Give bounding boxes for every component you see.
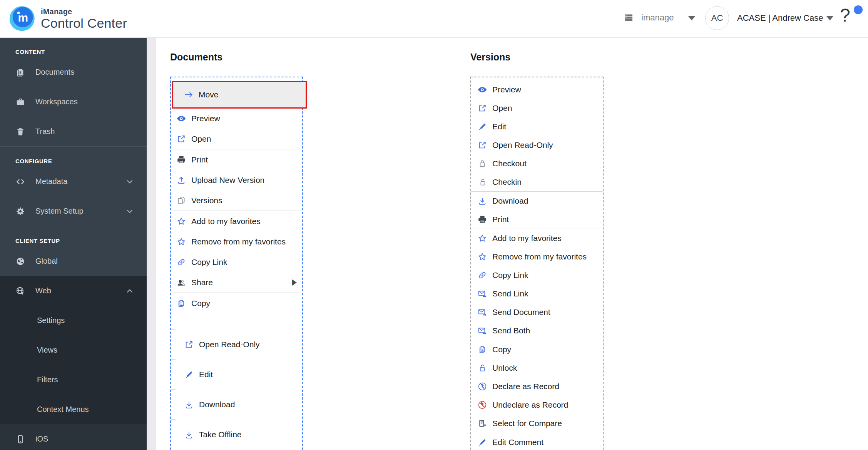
briefcase-icon	[15, 97, 25, 107]
menu-item-label: Upload New Version	[191, 176, 264, 185]
menu-item-open[interactable]: Open	[171, 129, 302, 149]
logo-brand: iManage	[41, 8, 127, 15]
edit-icon	[477, 437, 487, 447]
move-arrow-icon	[184, 90, 194, 100]
sidebar-item-system-setup[interactable]: System Setup	[0, 196, 147, 226]
menu-item-add-to-my-favorites[interactable]: Add to my favorites	[471, 229, 603, 248]
menu-item-copy[interactable]: Copy	[471, 340, 603, 359]
menu-item-print[interactable]: Print	[471, 210, 603, 229]
menu-item-label: Add to my favorites	[492, 234, 562, 243]
menu-item-copy-link[interactable]: Copy Link	[471, 266, 603, 284]
menu-item-edit[interactable]: Edit	[171, 360, 302, 390]
menu-item-copy[interactable]: Copy	[171, 293, 302, 313]
open-icon	[477, 103, 487, 113]
sidebar-item-web[interactable]: Web	[0, 276, 147, 306]
menu-item-preview[interactable]: Preview	[471, 80, 603, 99]
menu-item-send-both[interactable]: Send Both	[471, 321, 603, 340]
send-icon	[477, 289, 487, 299]
menu-item-label: Open	[191, 134, 211, 144]
documents-icon	[15, 67, 25, 77]
menu-item-upload-new-version[interactable]: Upload New Version	[171, 170, 302, 190]
library-caret-icon[interactable]	[688, 16, 695, 20]
sidebar-item-label: System Setup	[35, 207, 84, 216]
menu-item-checkin[interactable]: Checkin	[471, 173, 603, 191]
sidebar-item-settings[interactable]: Settings	[0, 306, 147, 335]
chevron-up-icon	[125, 286, 134, 296]
sidebar-item-trash[interactable]: Trash	[0, 117, 147, 146]
menu-item-copy-link[interactable]: Copy Link	[171, 252, 302, 272]
menu-item-open-read-only[interactable]: Open Read-Only	[471, 136, 603, 154]
sidebar-item-ios[interactable]: iOS	[0, 424, 147, 450]
menu-item-select-for-compare[interactable]: Select for Compare	[471, 414, 603, 433]
column-title-versions: Versions	[470, 51, 604, 63]
sidebar-nav: CONTENTDocumentsWorkspacesTrashCONFIGURE…	[0, 37, 147, 450]
menu-item-versions[interactable]: Versions	[171, 190, 302, 211]
sidebar-item-filters[interactable]: Filters	[0, 365, 147, 395]
imanage-logo-icon: m	[8, 4, 36, 33]
menu-item-download[interactable]: Download	[471, 192, 603, 210]
link-icon	[176, 257, 186, 267]
menu-item-label: Preview	[492, 85, 521, 94]
menu-item-label: Edit	[199, 370, 213, 379]
undeclare-record-icon	[477, 400, 487, 410]
sidebar-item-context-menus[interactable]: Context Menus	[0, 395, 147, 424]
library-selector[interactable]: imanage	[641, 13, 674, 23]
download-icon	[184, 430, 194, 440]
user-avatar[interactable]: AC	[705, 6, 729, 30]
sidebar-item-documents[interactable]: Documents	[0, 57, 147, 87]
menu-item-send-document[interactable]: Send Document	[471, 303, 603, 321]
link-icon	[477, 270, 487, 280]
menu-item-label: Unlock	[492, 363, 517, 373]
menu-item-declare-as-record[interactable]: Declare as Record	[471, 377, 603, 396]
versions-menu-dropzone[interactable]: PreviewOpenEditOpen Read-OnlyCheckoutChe…	[470, 77, 604, 450]
app-header: m iManage Control Center imanage AC ACAS…	[0, 0, 868, 38]
menu-item-checkout[interactable]: Checkout	[471, 154, 603, 173]
share-icon	[176, 278, 186, 288]
menu-item-label: Versions	[191, 196, 222, 205]
menu-item-label: Print	[191, 155, 208, 164]
sidebar-item-workspaces[interactable]: Workspaces	[0, 87, 147, 117]
documents-menu-dropzone[interactable]: Drag the menu to change the orderPreview…	[170, 77, 303, 450]
copy-icon	[477, 345, 487, 355]
sidebar-item-label: Context Menus	[37, 405, 89, 414]
trash-icon	[15, 127, 25, 137]
menu-item-label: Share	[191, 278, 213, 287]
menu-item-unlock[interactable]: Unlock	[471, 359, 603, 377]
user-caret-icon[interactable]	[826, 16, 833, 20]
menu-item-print[interactable]: Print	[171, 149, 302, 170]
sidebar: CONTENTDocumentsWorkspacesTrashCONFIGURE…	[0, 37, 147, 450]
menu-item-remove-from-my-favorites[interactable]: Remove from my favorites	[471, 248, 603, 266]
menu-item-label: Copy Link	[492, 271, 528, 280]
column-versions: VersionsPreviewOpenEditOpen Read-OnlyChe…	[470, 51, 604, 450]
menu-item-share[interactable]: Share	[171, 272, 302, 293]
sidebar-section-client-setup: CLIENT SETUP	[0, 226, 147, 246]
smartphone-icon	[15, 434, 25, 444]
user-menu[interactable]: ACASE | Andrew Case	[737, 13, 823, 23]
lock-closed-icon	[477, 159, 487, 169]
sidebar-item-views[interactable]: Views	[0, 335, 147, 365]
sidebar-item-metadata[interactable]: Metadata	[0, 167, 147, 196]
menu-item-open-read-only[interactable]: Open Read-Only	[171, 330, 302, 360]
menu-item-open[interactable]: Open	[471, 99, 603, 117]
help-button[interactable]: ?	[840, 3, 863, 30]
menu-item-remove-from-my-favorites[interactable]: Remove from my favorites	[171, 231, 302, 252]
menu-item-label: Declare as Record	[492, 382, 559, 391]
help-notification-badge	[854, 5, 863, 14]
menu-item-undeclare-as-record[interactable]: Undeclare as Record	[471, 396, 603, 414]
sidebar-item-label: Trash	[35, 127, 55, 136]
sidebar-item-label: Settings	[37, 316, 65, 325]
logo-product: Control Center	[41, 17, 127, 30]
menu-item-label: Copy	[492, 345, 511, 354]
menu-item-edit[interactable]: Edit	[471, 117, 603, 136]
dragged-menu-item-move[interactable]: Move	[172, 81, 307, 109]
menu-item-preview[interactable]: Preview	[171, 108, 302, 129]
sidebar-item-global[interactable]: Global	[0, 246, 147, 276]
menu-item-take-offline[interactable]: Take Offline	[171, 420, 302, 450]
menu-item-edit-comment[interactable]: Edit Comment	[471, 433, 603, 450]
menu-item-download[interactable]: Download	[171, 390, 302, 420]
menu-item-label: Add to my favorites	[191, 217, 261, 226]
star-icon	[176, 216, 186, 226]
menu-item-send-link[interactable]: Send Link	[471, 284, 603, 303]
chevron-down-icon	[125, 207, 134, 216]
menu-item-add-to-my-favorites[interactable]: Add to my favorites	[171, 211, 302, 231]
